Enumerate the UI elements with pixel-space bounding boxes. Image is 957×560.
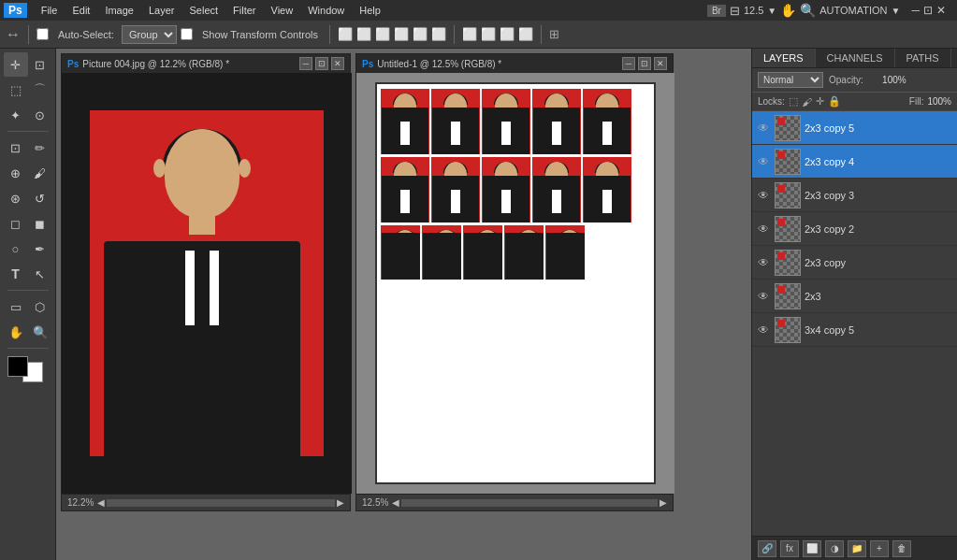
blend-mode-select[interactable]: Normal [758, 72, 823, 88]
align-center-icon[interactable]: ⬜ [356, 27, 371, 41]
add-mask-btn[interactable]: ⬜ [803, 540, 821, 557]
lasso-tool[interactable]: ⌒ [28, 78, 52, 102]
eraser-tool[interactable]: ◻ [4, 211, 28, 236]
layer-item-6[interactable]: 👁 2x3 [752, 280, 957, 313]
history-brush-tool[interactable]: ↺ [28, 186, 52, 210]
lock-transparent-icon[interactable]: ⬚ [789, 95, 798, 108]
new-group-btn[interactable]: 📁 [848, 540, 866, 557]
autoselect-checkbox[interactable] [36, 28, 49, 40]
menu-select[interactable]: Select [183, 3, 225, 18]
doc1-scrollbar[interactable] [107, 499, 335, 507]
crop-tool[interactable]: ⊡ [4, 136, 28, 160]
menu-filter[interactable]: Filter [226, 3, 262, 18]
show-transform-checkbox[interactable] [181, 28, 193, 40]
autoselect-dropdown[interactable]: Group Layer [122, 25, 177, 44]
lock-position-icon[interactable]: ✛ [816, 95, 824, 108]
clone-stamp-tool[interactable]: ⊛ [4, 186, 28, 210]
hand-tool-icon[interactable]: ✋ [780, 3, 796, 18]
panel-options-icon[interactable]: ☰ [951, 49, 957, 67]
tab-layers[interactable]: LAYERS [752, 49, 816, 67]
workspace-dropdown-icon[interactable]: ▼ [892, 6, 901, 16]
doc1-scroll-right[interactable]: ▶ [337, 497, 344, 508]
doc2-restore[interactable]: ⊡ [638, 57, 651, 70]
layer-visibility-4[interactable]: 👁 [756, 222, 771, 237]
close-btn[interactable]: ✕ [936, 4, 946, 17]
distribute-h-icon[interactable]: ⬜ [462, 27, 477, 41]
lock-paint-icon[interactable]: 🖌 [802, 96, 812, 108]
align-bottom-icon[interactable]: ⬜ [431, 27, 446, 41]
shape-3d-tool[interactable]: ⬡ [28, 294, 52, 319]
menu-help[interactable]: Help [353, 3, 387, 18]
auto-align-icon[interactable]: ⊞ [549, 27, 559, 41]
screen-mode-icon[interactable]: ⊟ [730, 4, 740, 18]
rectangle-tool[interactable]: ▭ [4, 294, 28, 319]
spot-healing-tool[interactable]: ⊕ [4, 161, 28, 185]
magic-wand-tool[interactable]: ✦ [4, 103, 28, 127]
layer-visibility-6[interactable]: 👁 [756, 289, 771, 304]
menu-layer[interactable]: Layer [142, 3, 181, 18]
distribute-v-icon[interactable]: ⬜ [481, 27, 496, 41]
distribute-left-icon[interactable]: ⬜ [500, 27, 515, 41]
path-selection-tool[interactable]: ↖ [28, 262, 52, 286]
pen-tool[interactable]: ✒ [28, 237, 52, 261]
zoom-dropdown-icon[interactable]: ▼ [767, 6, 776, 16]
move-tool[interactable]: ✛ [4, 52, 28, 77]
rectangular-marquee-tool[interactable]: ⬚ [4, 78, 28, 102]
minimize-btn[interactable]: ─ [911, 4, 920, 17]
doc1-restore[interactable]: ⊡ [315, 57, 328, 70]
delete-layer-btn[interactable]: 🗑 [892, 540, 911, 557]
fill-value[interactable]: 100% [927, 96, 951, 107]
align-right-icon[interactable]: ⬜ [375, 27, 390, 41]
doc2-scrollbar[interactable] [401, 499, 658, 507]
layer-visibility-5[interactable]: 👁 [756, 255, 771, 270]
doc2-close[interactable]: ✕ [654, 57, 667, 70]
align-top-icon[interactable]: ⬜ [394, 27, 409, 41]
type-tool[interactable]: T [4, 262, 28, 286]
layer-item-4[interactable]: 👁 2x3 copy 2 [752, 212, 957, 246]
layer-visibility-7[interactable]: 👁 [756, 323, 771, 337]
bridge-btn[interactable]: Br [707, 5, 726, 17]
foreground-color[interactable] [7, 356, 28, 377]
doc1-close[interactable]: ✕ [331, 57, 344, 70]
restore-btn[interactable]: ⊡ [923, 4, 933, 17]
brush-tool[interactable]: 🖌 [28, 161, 52, 185]
dodge-tool[interactable]: ○ [4, 237, 28, 261]
lock-all-icon[interactable]: 🔒 [828, 95, 841, 108]
layer-item-2[interactable]: 👁 2x3 copy 4 [752, 145, 957, 179]
distribute-right-icon[interactable]: ⬜ [518, 27, 533, 41]
new-layer-btn[interactable]: + [870, 540, 889, 557]
menu-view[interactable]: View [265, 3, 300, 18]
hand-tool[interactable]: ✋ [4, 320, 28, 344]
tab-paths[interactable]: PATHS [895, 49, 951, 67]
doc2-minimize[interactable]: ─ [622, 57, 635, 70]
layer-visibility-1[interactable]: 👁 [756, 121, 771, 136]
menu-file[interactable]: File [35, 3, 65, 18]
gradient-tool[interactable]: ◼ [28, 211, 52, 236]
doc1-scroll-left[interactable]: ◀ [97, 497, 105, 508]
layer-item-1[interactable]: 👁 2x3 copy 5 [752, 111, 957, 145]
layer-fx-btn[interactable]: fx [780, 540, 799, 557]
quick-selection-tool[interactable]: ⊙ [28, 103, 52, 127]
eyedropper-tool[interactable]: ✏ [28, 136, 52, 160]
tab-channels[interactable]: CHANNELS [816, 49, 895, 67]
doc1-minimize[interactable]: ─ [299, 57, 312, 70]
zoom-tool[interactable]: 🔍 [28, 320, 52, 344]
doc2-scroll-left[interactable]: ◀ [392, 497, 399, 508]
menu-window[interactable]: Window [301, 3, 351, 18]
artboard-tool[interactable]: ⊡ [28, 52, 52, 77]
layer-visibility-3[interactable]: 👁 [756, 188, 771, 203]
link-layers-btn[interactable]: 🔗 [758, 540, 776, 557]
menu-image[interactable]: Image [98, 3, 140, 18]
align-left-icon[interactable]: ⬜ [338, 27, 353, 41]
menu-edit[interactable]: Edit [65, 3, 96, 18]
layer-item-5[interactable]: 👁 2x3 copy [752, 246, 957, 280]
layer-item-7[interactable]: 👁 3x4 copy 5 [752, 313, 957, 347]
adjustment-layer-btn[interactable]: ◑ [825, 540, 844, 557]
zoom-tool-icon[interactable]: 🔍 [800, 3, 816, 18]
doc2-scroll-right[interactable]: ▶ [660, 497, 667, 508]
color-swatch[interactable] [7, 356, 49, 384]
align-middle-icon[interactable]: ⬜ [413, 27, 428, 41]
layer-visibility-2[interactable]: 👁 [756, 154, 771, 169]
opacity-value[interactable]: 100% [869, 75, 906, 85]
layer-item-3[interactable]: 👁 2x3 copy 3 [752, 179, 957, 212]
